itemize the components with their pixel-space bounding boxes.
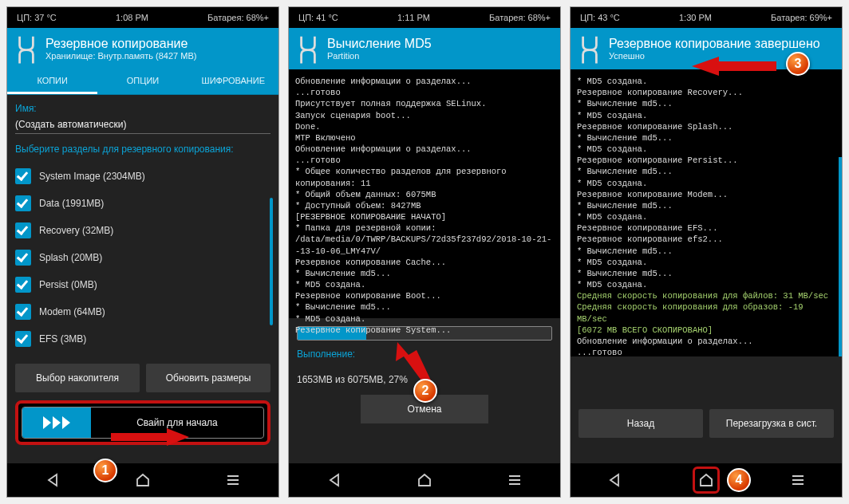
nav-bar (571, 463, 842, 497)
back-icon[interactable] (604, 470, 625, 490)
menu-icon[interactable] (504, 470, 525, 490)
console-line: Средняя скорость копирования для образов… (577, 301, 835, 324)
back-icon[interactable] (324, 470, 345, 490)
clock: 1:11 PM (397, 13, 430, 22)
console-line: * MD5 создана. (577, 178, 835, 189)
scrollbar-icon[interactable] (839, 157, 842, 356)
annotation-badge: 1 (93, 459, 117, 482)
cpu-temp: ЦП: 43 °C (580, 13, 620, 22)
back-icon[interactable] (42, 470, 63, 490)
partition-label: EFS (3MB) (39, 333, 86, 345)
console-line: ...готово (295, 155, 554, 166)
page-subtitle: Хранилище: Внутр.память (8427 MB) (45, 51, 196, 61)
battery: Батарея: 68%+ (207, 13, 269, 22)
button-row: Выбор накопителя Обновить размеры (15, 364, 270, 392)
scrollbar-icon[interactable] (270, 198, 273, 325)
page-title: Вычисление MD5 (327, 37, 432, 51)
partition-checkbox[interactable]: EFS (3MB) (15, 325, 270, 352)
name-label: Имя: (15, 103, 270, 114)
checkbox-icon (15, 168, 31, 184)
home-icon[interactable] (414, 470, 435, 490)
partition-checkbox[interactable]: Splash (20MB) (15, 244, 270, 271)
console-line: ...готово (295, 87, 554, 98)
screenshot-2: ЦП: 41 °C 1:11 PM Батарея: 68%+ Вычислен… (288, 6, 561, 498)
console-line: * MD5 создана. (577, 211, 835, 222)
partition-list: System Image (2304MB) Data (1991MB) Reco… (15, 163, 270, 352)
tab-copies[interactable]: КОПИИ (7, 69, 97, 94)
console-line: Резервное копирование Boot... (295, 290, 554, 301)
console-line: Средняя скорость копирования для файлов:… (577, 290, 835, 301)
page-title: Резервное копирование завершено (609, 37, 820, 51)
console-output: Обновление информации о разделах......го… (289, 69, 560, 318)
partition-label: Persist (0MB) (39, 279, 97, 290)
partition-label: Recovery (32MB) (39, 225, 113, 236)
checkbox-icon (15, 222, 31, 238)
console-line: [6072 MB ВСЕГО СКОПИРОВАНО] (577, 325, 835, 336)
checkbox-icon (15, 277, 31, 293)
partition-checkbox[interactable]: System Image (2304MB) (15, 163, 270, 190)
console-line: Резервное копирование Persist... (577, 155, 835, 166)
menu-icon[interactable] (223, 470, 243, 490)
svg-marker-7 (419, 474, 430, 486)
tab-options[interactable]: ОПЦИИ (97, 69, 188, 94)
console-line: Присутствует полная поддержка SELinux. (295, 98, 554, 109)
partition-label: Data (1991MB) (39, 198, 104, 209)
partition-label: Modem (64MB) (39, 306, 105, 317)
partition-checkbox[interactable]: Persist (0MB) (15, 271, 270, 298)
annotation-badge: 4 (727, 468, 751, 492)
console-line: * MD5 создана. (577, 257, 835, 268)
checkbox-icon (15, 304, 31, 320)
battery: Батарея: 69%+ (771, 13, 832, 22)
play-icon (43, 416, 51, 429)
status-bar: ЦП: 43 °C 1:30 PM Батарея: 69%+ (571, 7, 842, 28)
console-line: Done. (295, 121, 554, 132)
svg-marker-11 (396, 342, 431, 380)
partition-label: System Image (2304MB) (39, 171, 145, 182)
console-line: [РЕЗЕРВНОЕ КОПИРОВАНИЕ НАЧАТО] (295, 211, 554, 222)
partition-checkbox[interactable]: Modem (64MB) (15, 298, 270, 325)
cpu-temp: ЦП: 37 °C (17, 13, 57, 22)
console-line: Резервное копирование Modem... (577, 189, 835, 200)
home-icon[interactable] (132, 470, 153, 490)
console-output: * MD5 создана.Резервное копирование Reco… (571, 69, 842, 356)
clock: 1:08 PM (116, 13, 148, 22)
partition-checkbox[interactable]: Recovery (32MB) (15, 217, 270, 244)
console-line: * Вычисление md5... (577, 166, 835, 177)
console-line: * MD5 создана. (295, 279, 554, 290)
storage-select-button[interactable]: Выбор накопителя (15, 364, 140, 392)
console-line: Обновление информации о разделах... (295, 76, 554, 87)
svg-marker-13 (701, 474, 712, 486)
console-line: * Вычисление md5... (577, 268, 835, 279)
console-line: * Общий объем данных: 6075MB (295, 189, 554, 200)
play-icon (53, 416, 61, 429)
swipe-handle-icon[interactable] (22, 408, 91, 438)
console-line: Резервное копирование Splash... (577, 121, 835, 132)
svg-marker-5 (111, 428, 189, 446)
clock: 1:30 PM (679, 13, 712, 22)
tab-encryption[interactable]: ШИФРОВАНИЕ (188, 69, 278, 94)
console-line: * Вычисление md5... (577, 98, 835, 109)
refresh-sizes-button[interactable]: Обновить размеры (146, 364, 270, 392)
annotation-badge: 3 (786, 52, 810, 76)
twrp-logo-icon (15, 34, 38, 63)
reboot-system-button[interactable]: Перезагрузка в сист. (709, 409, 834, 438)
status-bar: ЦП: 37 °C 1:08 PM Батарея: 68%+ (7, 7, 278, 28)
backup-name-input[interactable]: (Создать автоматически) (15, 119, 270, 134)
console-line: Резервное копирование efs2... (577, 234, 835, 245)
svg-marker-17 (692, 57, 776, 76)
console-line: Резервное копирование EFS... (577, 222, 835, 234)
home-icon[interactable] (693, 467, 720, 494)
console-line: Запуск сценария boot... (295, 110, 554, 121)
console-line: Обновление информации о разделах... (577, 336, 835, 347)
console-line: ...готово (577, 347, 835, 356)
twrp-logo-icon (297, 34, 319, 63)
arrow-icon (690, 53, 778, 82)
arrow-icon (111, 425, 191, 452)
console-line: * Вычисление md5... (295, 301, 554, 313)
console-line: * Вычисление md5... (577, 132, 835, 144)
menu-icon[interactable] (788, 470, 808, 490)
checkbox-icon (15, 331, 31, 347)
partition-checkbox[interactable]: Data (1991MB) (15, 190, 270, 217)
svg-marker-0 (49, 474, 57, 486)
back-button[interactable]: Назад (579, 409, 703, 438)
